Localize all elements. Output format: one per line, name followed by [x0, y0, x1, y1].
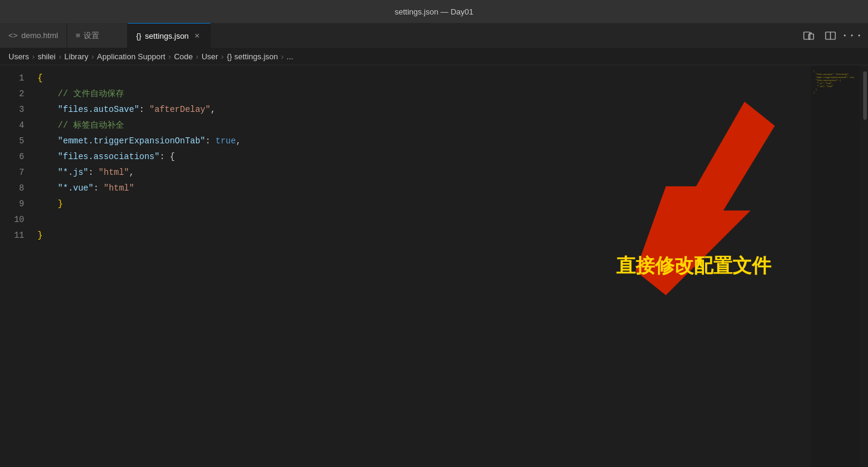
code-token: // 文件自动保存 [38, 86, 124, 102]
code-token: : [93, 180, 104, 196]
line-num-7: 7 [0, 165, 24, 180]
code-token [38, 212, 42, 227]
code-token: "*.js" [58, 165, 88, 180]
code-line-7: "*.js": "html", [35, 165, 811, 180]
code-token: "files.autoSave" [58, 102, 139, 117]
code-token [38, 180, 58, 196]
code-token: } [38, 227, 42, 243]
code-token: : [139, 102, 150, 117]
title-bar: settings.json — Day01 [0, 0, 868, 23]
breadcrumb-part-library[interactable]: Library [64, 52, 88, 61]
tab-bar: <> demo.html ≡ 设置 {} settings.json ✕ ··· [0, 23, 868, 48]
breadcrumb-part-file[interactable]: {} settings.json [227, 52, 278, 61]
code-line-3: "files.autoSave": "afterDelay", [35, 102, 811, 117]
open-to-side-button[interactable] [799, 27, 818, 44]
breadcrumb-part-ellipsis[interactable]: ... [287, 52, 294, 61]
code-line-1: { [35, 70, 811, 86]
line-num-11: 11 [0, 227, 24, 243]
breadcrumb-part-users[interactable]: Users [8, 52, 29, 61]
code-token: , [129, 165, 134, 180]
line-num-4: 4 [0, 117, 24, 133]
code-token: "afterDelay" [150, 102, 211, 117]
code-line-6: "files.associations": { [35, 149, 811, 165]
tab-settings[interactable]: ≡ 设置 [67, 23, 128, 48]
code-token: "html" [99, 165, 129, 180]
code-token [38, 149, 58, 165]
json-icon: {} [136, 31, 142, 41]
more-actions-button[interactable]: ··· [843, 27, 862, 44]
code-token [38, 102, 58, 117]
split-editor-button[interactable] [821, 27, 840, 44]
code-token: "files.associations" [58, 149, 160, 165]
line-num-10: 10 [0, 212, 24, 227]
code-token: } [38, 196, 63, 212]
html-icon: <> [8, 31, 18, 40]
code-line-2: // 文件自动保存 [35, 86, 811, 102]
editor-container: 1 2 3 4 5 6 7 8 9 10 11 { // 文件自动保存 "fil… [0, 65, 868, 467]
code-token: : [205, 133, 215, 149]
code-token: "emmet.triggerExpansionOnTab" [58, 133, 206, 149]
code-line-8: "*.vue": "html" [35, 180, 811, 196]
breadcrumb-part-appsupport[interactable]: Application Support [97, 52, 165, 61]
code-token: // 标签自动补全 [38, 117, 124, 133]
code-token: { [38, 70, 42, 86]
tab-label-settings-json: settings.json [145, 31, 189, 41]
code-token: , [236, 133, 241, 149]
code-editor[interactable]: { // 文件自动保存 "files.autoSave": "afterDela… [35, 65, 811, 467]
breadcrumb-part-code[interactable]: Code [174, 52, 192, 61]
line-num-2: 2 [0, 86, 24, 102]
line-num-5: 5 [0, 133, 24, 149]
line-num-3: 3 [0, 102, 24, 117]
code-token: : { [160, 149, 175, 165]
tab-label-demo-html: demo.html [21, 31, 58, 40]
breadcrumb: Users › shilei › Library › Application S… [0, 48, 868, 65]
tab-demo-html[interactable]: <> demo.html [0, 23, 67, 48]
code-token: , [211, 102, 215, 117]
line-num-9: 9 [0, 196, 24, 212]
minimap-content: { "files.autoSave": "afterDelay", "emmet… [811, 65, 860, 99]
tab-close-settings-json[interactable]: ✕ [192, 31, 202, 41]
breadcrumb-sep-6: › [221, 52, 223, 61]
code-line-10 [35, 212, 811, 227]
code-line-11: } [35, 227, 811, 243]
code-token: "html" [104, 180, 134, 196]
line-numbers: 1 2 3 4 5 6 7 8 9 10 11 [0, 65, 35, 467]
settings-icon: ≡ [76, 31, 81, 40]
code-token: "*.vue" [58, 180, 94, 196]
breadcrumb-sep-4: › [168, 52, 171, 61]
code-line-4: // 标签自动补全 [35, 117, 811, 133]
breadcrumb-part-user[interactable]: User [202, 52, 218, 61]
code-token: true [215, 133, 236, 149]
code-line-9: } [35, 196, 811, 212]
title-bar-text: settings.json — Day01 [395, 7, 473, 16]
scrollbar[interactable] [860, 65, 868, 467]
breadcrumb-part-shilei[interactable]: shilei [38, 52, 56, 61]
breadcrumb-sep-1: › [32, 52, 35, 61]
scrollbar-thumb[interactable] [863, 71, 867, 120]
tab-bar-actions: ··· [799, 23, 868, 48]
code-token [38, 133, 58, 149]
breadcrumb-sep-7: › [281, 52, 283, 61]
more-icon: ··· [841, 30, 863, 42]
breadcrumb-sep-2: › [59, 52, 61, 61]
line-num-8: 8 [0, 180, 24, 196]
code-line-5: "emmet.triggerExpansionOnTab": true, [35, 133, 811, 149]
line-num-1: 1 [0, 70, 24, 86]
breadcrumb-sep-5: › [196, 52, 199, 61]
code-token: : [88, 165, 99, 180]
svg-rect-1 [809, 34, 814, 39]
minimap: { "files.autoSave": "afterDelay", "emmet… [811, 65, 860, 467]
tab-settings-json[interactable]: {} settings.json ✕ [128, 23, 211, 48]
line-num-6: 6 [0, 149, 24, 165]
code-token [38, 165, 58, 180]
tab-label-settings: 设置 [84, 30, 99, 41]
breadcrumb-sep-3: › [91, 52, 94, 61]
